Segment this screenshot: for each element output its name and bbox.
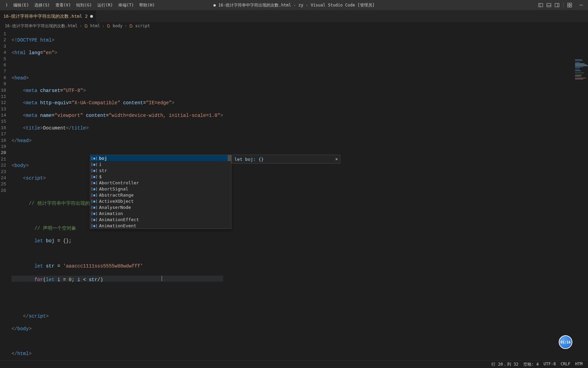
timer-value: 01:16 <box>560 340 571 344</box>
suggest-item-str[interactable]: [◉]str <box>90 167 231 173</box>
suggest-detail-text: let boj: {} <box>234 157 264 162</box>
close-icon[interactable]: ✕ <box>335 156 338 162</box>
minimize-icon[interactable] <box>578 2 584 8</box>
suggest-item-animationevent[interactable]: [◉]AnimationEvent <box>90 223 231 229</box>
variable-icon: [◉] <box>92 155 97 161</box>
editor[interactable]: 1 2 3 4 5 6 7 8 9 10 11 12 13 14 15 16 1… <box>0 30 588 360</box>
breadcrumb-script[interactable]: script <box>135 24 150 28</box>
svg-rect-0 <box>539 3 543 7</box>
svg-rect-4 <box>555 3 559 7</box>
status-bar: 行 20，列 32 空格: 4 UTF-8 CRLF HTM <box>0 361 588 368</box>
suggest-item-i[interactable]: [◉]i <box>90 161 231 167</box>
window-title: ● 16-统计字符串中字符出现的次数.html - zy - Visual St… <box>213 2 375 8</box>
tab-label: 16-统计字符串中字符出现的次数.html <box>3 13 82 19</box>
suggest-item-activexobject[interactable]: [◉]ActiveXObject <box>90 198 231 204</box>
variable-icon: [◉] <box>92 204 97 210</box>
variable-icon: [◉] <box>92 174 97 179</box>
menu-bar: ) 编辑(E) 选择(S) 查看(V) 转到(G) 运行(R) 终端(T) 帮助… <box>0 0 158 10</box>
svg-rect-7 <box>570 3 572 5</box>
suggest-item-analysernode[interactable]: [◉]AnalyserNode <box>90 204 231 210</box>
svg-rect-9 <box>570 5 572 7</box>
breadcrumb-body[interactable]: body <box>113 24 122 28</box>
variable-icon: [◉] <box>92 198 97 204</box>
suggest-item-abortcontroller[interactable]: [◉]AbortController <box>90 180 231 186</box>
variable-icon: [◉] <box>92 168 97 173</box>
tab-active[interactable]: 16-统计字符串中字符出现的次数.html 2 <box>0 10 97 22</box>
menu-item-select[interactable]: 选择(S) <box>32 0 53 10</box>
status-encoding[interactable]: UTF-8 <box>543 362 556 367</box>
status-eol[interactable]: CRLF <box>560 362 570 367</box>
suggest-item-animation[interactable]: [◉]Animation <box>90 210 231 216</box>
menu-item-run[interactable]: 运行(R) <box>95 0 116 10</box>
unsaved-dot-icon[interactable] <box>90 15 93 18</box>
chevron-right-icon: › <box>102 24 104 28</box>
tab-bar: 16-统计字符串中字符出现的次数.html 2 <box>0 10 588 22</box>
suggest-item-abortsignal[interactable]: [◉]AbortSignal <box>90 186 231 192</box>
minimap[interactable] <box>575 59 588 87</box>
suggest-item-abstractrange[interactable]: [◉]AbstractRange <box>90 192 231 198</box>
svg-rect-8 <box>568 5 569 7</box>
chevron-right-icon: › <box>80 24 82 28</box>
symbol-icon <box>84 24 89 28</box>
menu-item-edit[interactable]: 编辑(E) <box>11 0 32 10</box>
breadcrumb-file[interactable]: 16-统计字符串中字符出现的次数.html <box>5 23 78 29</box>
menu-item-view[interactable]: 查看(V) <box>53 0 74 10</box>
status-language[interactable]: HTM <box>575 362 583 367</box>
panel-right-icon[interactable] <box>554 2 560 8</box>
symbol-icon <box>129 24 134 28</box>
panel-left-icon[interactable] <box>538 2 543 8</box>
panel-bottom-icon[interactable] <box>546 2 552 8</box>
variable-icon: [◉] <box>92 217 97 222</box>
chevron-right-icon: › <box>125 24 127 28</box>
variable-icon: [◉] <box>92 186 97 191</box>
line-gutter: 1 2 3 4 5 6 7 8 9 10 11 12 13 14 15 16 1… <box>0 30 7 194</box>
menu-item-goto[interactable]: 转到(G) <box>74 0 95 10</box>
variable-icon: [◉] <box>92 180 97 185</box>
symbol-icon <box>107 24 111 28</box>
suggest-widget[interactable]: [◉]boj [◉]i [◉]str [◉]$ [◉]AbortControll… <box>90 155 231 229</box>
text-caret-icon <box>160 276 163 281</box>
menu-item-terminal[interactable]: 终端(T) <box>116 0 137 10</box>
title-bar: ) 编辑(E) 选择(S) 查看(V) 转到(G) 运行(R) 终端(T) 帮助… <box>0 0 588 10</box>
suggest-detail: let boj: {} ✕ <box>231 155 340 164</box>
menu-item-help[interactable]: 帮助(H) <box>136 0 158 10</box>
variable-icon: [◉] <box>92 162 97 167</box>
breadcrumb-html[interactable]: html <box>90 24 100 28</box>
suggest-scrollbar[interactable] <box>228 155 231 161</box>
divider <box>563 2 564 8</box>
title-bar-right <box>537 2 588 8</box>
tab-modified-count: 2 <box>85 14 88 19</box>
menu-item-partial[interactable]: ) <box>3 0 11 10</box>
svg-rect-2 <box>547 3 551 7</box>
svg-rect-6 <box>568 3 569 5</box>
variable-icon: [◉] <box>92 223 97 228</box>
suggest-item-animationeffect[interactable]: [◉]AnimationEffect <box>90 216 231 223</box>
suggest-item-dollar[interactable]: [◉]$ <box>90 173 231 180</box>
breadcrumb: 16-统计字符串中字符出现的次数.html › html › body › sc… <box>0 22 588 30</box>
suggest-item-boj[interactable]: [◉]boj <box>90 155 231 161</box>
variable-icon: [◉] <box>92 192 97 198</box>
status-line-col[interactable]: 行 20，列 32 <box>491 362 518 367</box>
variable-icon: [◉] <box>92 211 97 216</box>
status-spaces[interactable]: 空格: 4 <box>523 362 539 367</box>
layout-customize-icon[interactable] <box>567 2 572 8</box>
timer-badge[interactable]: 01:16 <box>559 335 572 349</box>
